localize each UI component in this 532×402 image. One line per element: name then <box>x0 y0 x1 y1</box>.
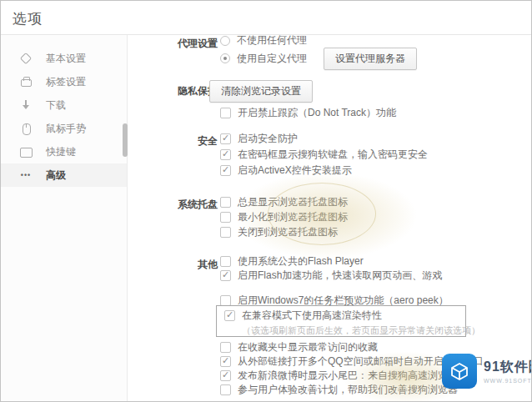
checkbox-checked[interactable] <box>220 133 231 144</box>
checkbox-row-flash-player[interactable]: 使用系统公共的Flash Player <box>220 254 449 269</box>
checkbox-label[interactable]: 启动ActiveX控件安装提示 <box>238 163 352 178</box>
download-icon <box>19 98 33 112</box>
section-label-security: 安全 <box>134 134 218 148</box>
checkbox-checked[interactable] <box>220 370 231 381</box>
checkbox-checked[interactable] <box>224 310 235 321</box>
sidebar-item-label: 鼠标手势 <box>46 122 86 136</box>
sidebar-item-label: 标签设置 <box>46 75 86 89</box>
checkbox-unchecked[interactable] <box>220 197 231 208</box>
radio-row-custom-proxy[interactable]: 使用自定义代理 设置代理服务器 <box>220 48 417 69</box>
radio-row-no-proxy[interactable]: 不使用任何代理 <box>220 33 417 48</box>
page-title: 选项 <box>13 9 43 28</box>
checkbox-label[interactable]: 发布新浪微博时显示小尾巴：来自搜狗高速浏览器 <box>238 369 458 383</box>
checkbox-row-hispeed-render[interactable]: 在兼容模式下使用高速渲染特性 <box>224 309 465 323</box>
sidebar-item-label: 高级 <box>46 168 66 183</box>
checkbox-row-flash-accel[interactable]: 启用Flash加速功能，快速读取网页动画、游戏 <box>220 269 449 283</box>
cube-logo-icon <box>442 354 477 389</box>
sidebar-item-mouse-gestures[interactable]: 鼠标手势 <box>1 117 127 140</box>
sidebar-item-label: 快捷键 <box>46 145 76 159</box>
radio-unselected[interactable] <box>220 36 230 46</box>
checkbox-label[interactable]: 参与用户体验改善计划，帮助我们改善搜狗浏览器 <box>238 383 458 397</box>
checkbox-unchecked[interactable] <box>220 227 231 238</box>
radio-label[interactable]: 使用自定义代理 <box>237 52 307 66</box>
sidebar-item-advanced[interactable]: ••• 高级 <box>1 163 127 187</box>
checkbox-label[interactable]: 启用Flash加速功能，快速读取网页动画、游戏 <box>238 269 442 283</box>
site-watermark: 91软件园 WWW.91SOFT.COM <box>442 354 532 389</box>
checkbox-row-tray-close[interactable]: 关闭到浏览器托盘图标 <box>220 224 348 239</box>
gear-icon <box>19 52 33 65</box>
mouse-icon <box>19 122 33 135</box>
checkbox-row-dnt[interactable]: 开启禁止跟踪（Do Not Track）功能 <box>220 106 396 120</box>
checkbox-label[interactable]: 总是显示浏览器托盘图标 <box>238 195 348 209</box>
highlighted-option-box: 在兼容模式下使用高速渲染特性 （该选项刷新页面后生效，若页面显示异常请关闭该选项… <box>216 305 466 337</box>
sidebar-item-download[interactable]: 下载 <box>1 93 127 117</box>
checkbox-label[interactable]: 启动安全防护 <box>238 132 298 146</box>
checkbox-unchecked[interactable] <box>220 108 231 118</box>
sidebar: 基本设置 标签设置 下载 鼠标手势 快捷键 ••• 高级 <box>1 35 128 402</box>
clear-history-row: 清除浏览记录设置 <box>209 79 396 103</box>
set-proxy-server-button[interactable]: 设置代理服务器 <box>324 48 417 70</box>
watermark-brand: 91软件园 <box>484 359 532 376</box>
tabs-icon <box>19 75 33 88</box>
checkbox-label[interactable]: 在收藏夹中显示最常访问的收藏 <box>238 340 378 354</box>
checkbox-checked[interactable] <box>220 149 231 160</box>
section-label-tray: 系统托盘 <box>134 198 218 212</box>
watermark-site-url: WWW.91SOFT.COM <box>484 378 532 384</box>
checkbox-label[interactable]: 关闭到浏览器托盘图标 <box>238 225 338 239</box>
sidebar-item-tab-settings[interactable]: 标签设置 <box>1 70 127 93</box>
ellipsis-icon: ••• <box>19 168 33 182</box>
checkbox-unchecked[interactable] <box>220 256 231 267</box>
clear-browsing-history-button[interactable]: 清除浏览记录设置 <box>209 80 313 103</box>
checkbox-row-soft-keyboard[interactable]: 在密码框显示搜狗软键盘，输入密码更安全 <box>220 147 428 163</box>
sidebar-item-shortcuts[interactable]: 快捷键 <box>1 140 127 163</box>
radio-selected[interactable] <box>220 53 230 63</box>
radio-label[interactable]: 不使用任何代理 <box>237 33 307 48</box>
checkbox-row-security-protect[interactable]: 启动安全防护 <box>220 131 428 147</box>
checkbox-label[interactable]: 在密码框显示搜狗软键盘，输入密码更安全 <box>238 148 428 162</box>
checkbox-row-favorites[interactable]: 在收藏夹中显示最常访问的收藏 <box>220 340 484 354</box>
checkbox-label[interactable]: 使用系统公共的Flash Player <box>238 254 364 269</box>
option-note: （该选项刷新页面后生效，若页面显示异常请关闭该选项） <box>242 324 465 337</box>
section-label-other: 其他 <box>134 258 218 272</box>
checkbox-checked[interactable] <box>220 270 231 281</box>
checkbox-checked[interactable] <box>220 165 231 176</box>
checkbox-checked[interactable] <box>220 356 231 367</box>
sidebar-item-label: 基本设置 <box>46 52 86 66</box>
checkbox-unchecked[interactable] <box>220 342 231 353</box>
options-dialog: 选项 基本设置 标签设置 下载 鼠标手势 快捷键 ••• 高级 代理设置 <box>0 0 532 402</box>
sidebar-item-label: 下载 <box>46 98 66 113</box>
checkbox-row-tray-always[interactable]: 总是显示浏览器托盘图标 <box>220 194 348 209</box>
checkbox-label[interactable]: 开启禁止跟踪（Do Not Track）功能 <box>238 106 396 120</box>
section-label-proxy: 代理设置 <box>134 37 218 51</box>
checkbox-row-tray-minimize[interactable]: 最小化到浏览器托盘图标 <box>220 209 348 224</box>
sidebar-item-basic-settings[interactable]: 基本设置 <box>1 47 127 70</box>
section-label-privacy: 隐私保护 <box>134 84 218 98</box>
keyboard-icon <box>19 145 33 158</box>
checkbox-unchecked[interactable] <box>220 384 231 395</box>
checkbox-unchecked[interactable] <box>220 212 231 223</box>
checkbox-label[interactable]: 最小化到浏览器托盘图标 <box>238 210 348 224</box>
checkbox-row-activex-prompt[interactable]: 启动ActiveX控件安装提示 <box>220 163 428 178</box>
checkbox-label[interactable]: 在兼容模式下使用高速渲染特性 <box>242 309 382 323</box>
sidebar-scrollbar-thumb[interactable] <box>123 123 128 157</box>
